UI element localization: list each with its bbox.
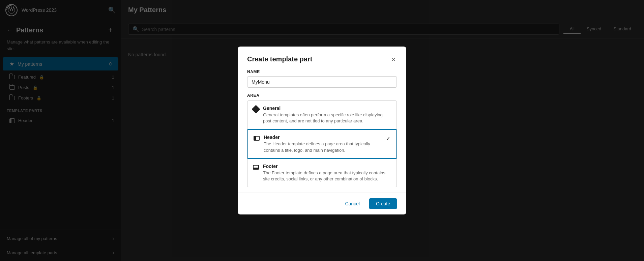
header-icon (254, 136, 260, 141)
cancel-button[interactable]: Cancel (340, 198, 365, 209)
modal-header: Create template part × (238, 47, 406, 69)
footer-option-desc: The Footer template defines a page area … (263, 170, 391, 182)
modal-close-button[interactable]: × (390, 55, 397, 64)
modal-footer: Cancel Create (238, 193, 406, 214)
area-option-header[interactable]: Header The Header template defines a pag… (247, 129, 397, 158)
area-label: AREA (247, 93, 397, 98)
modal-overlay[interactable]: Create template part × NAME AREA General… (0, 0, 644, 261)
footer-icon (253, 165, 259, 170)
name-input[interactable] (247, 76, 397, 88)
general-option-title: General (263, 106, 391, 111)
check-icon: ✓ (386, 135, 390, 142)
modal-body: NAME AREA General General templates ofte… (238, 69, 406, 193)
area-options: General General templates often perform … (247, 100, 397, 187)
header-option-title: Header (264, 135, 382, 140)
area-option-general[interactable]: General General templates often perform … (247, 101, 397, 129)
diamond-icon (252, 105, 260, 113)
name-label: NAME (247, 69, 397, 74)
footer-option-title: Footer (263, 164, 391, 169)
general-option-desc: General templates often perform a specif… (263, 112, 391, 124)
create-template-modal: Create template part × NAME AREA General… (238, 47, 406, 214)
header-option-desc: The Header template defines a page area … (264, 141, 382, 153)
area-option-footer[interactable]: Footer The Footer template defines a pag… (247, 159, 397, 187)
create-button[interactable]: Create (369, 198, 397, 209)
modal-title: Create template part (247, 55, 312, 63)
